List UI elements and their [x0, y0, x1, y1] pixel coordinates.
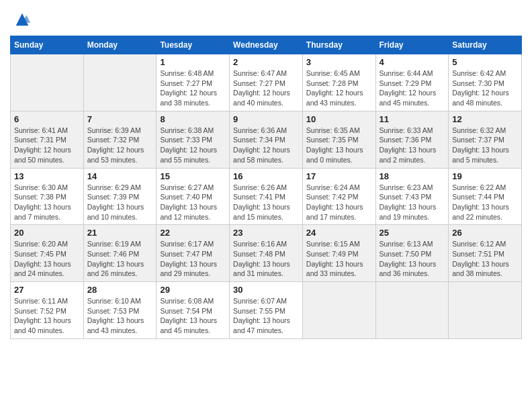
day-number: 10 — [306, 114, 372, 124]
calendar-cell: 12Sunrise: 6:32 AMSunset: 7:37 PMDayligh… — [449, 111, 522, 168]
calendar-cell: 5Sunrise: 6:42 AMSunset: 7:30 PMDaylight… — [449, 54, 522, 111]
day-number: 13 — [14, 171, 80, 181]
day-info: Sunrise: 6:22 AMSunset: 7:44 PMDaylight:… — [452, 183, 518, 222]
day-number: 12 — [452, 114, 518, 124]
calendar-cell: 6Sunrise: 6:41 AMSunset: 7:31 PMDaylight… — [11, 111, 84, 168]
day-info: Sunrise: 6:24 AMSunset: 7:42 PMDaylight:… — [306, 183, 372, 222]
day-info: Sunrise: 6:23 AMSunset: 7:43 PMDaylight:… — [380, 183, 445, 222]
day-number: 19 — [452, 171, 518, 181]
calendar-cell — [302, 282, 375, 339]
calendar-cell: 18Sunrise: 6:23 AMSunset: 7:43 PMDayligh… — [375, 168, 449, 225]
calendar-cell: 13Sunrise: 6:30 AMSunset: 7:38 PMDayligh… — [11, 168, 84, 225]
calendar-cell — [375, 282, 449, 339]
day-info: Sunrise: 6:07 AMSunset: 7:55 PMDaylight:… — [233, 296, 299, 336]
day-number: 30 — [233, 285, 299, 295]
calendar-cell — [449, 282, 522, 339]
weekday-header-thursday: Thursday — [302, 36, 375, 54]
day-info: Sunrise: 6:47 AMSunset: 7:27 PMDaylight:… — [233, 68, 299, 108]
day-info: Sunrise: 6:29 AMSunset: 7:39 PMDaylight:… — [87, 183, 153, 222]
weekday-header-friday: Friday — [375, 36, 449, 54]
day-info: Sunrise: 6:20 AMSunset: 7:45 PMDaylight:… — [14, 239, 80, 279]
day-number: 1 — [160, 57, 226, 67]
day-info: Sunrise: 6:16 AMSunset: 7:48 PMDaylight:… — [233, 239, 299, 279]
day-number: 25 — [380, 228, 445, 238]
weekday-header-row: SundayMondayTuesdayWednesdayThursdayFrid… — [11, 36, 522, 54]
day-number: 17 — [306, 171, 372, 181]
day-info: Sunrise: 6:17 AMSunset: 7:47 PMDaylight:… — [160, 239, 226, 279]
calendar-cell: 30Sunrise: 6:07 AMSunset: 7:55 PMDayligh… — [230, 282, 303, 339]
day-info: Sunrise: 6:11 AMSunset: 7:52 PMDaylight:… — [14, 296, 80, 336]
day-number: 20 — [14, 228, 80, 238]
calendar-cell: 8Sunrise: 6:38 AMSunset: 7:33 PMDaylight… — [157, 111, 230, 168]
logo-icon — [13, 10, 32, 29]
day-info: Sunrise: 6:08 AMSunset: 7:54 PMDaylight:… — [160, 296, 226, 336]
logo — [10, 10, 32, 29]
calendar-cell: 17Sunrise: 6:24 AMSunset: 7:42 PMDayligh… — [302, 168, 375, 225]
day-info: Sunrise: 6:19 AMSunset: 7:46 PMDaylight:… — [87, 239, 153, 279]
day-info: Sunrise: 6:10 AMSunset: 7:53 PMDaylight:… — [87, 296, 153, 336]
weekday-header-tuesday: Tuesday — [157, 36, 230, 54]
calendar-cell: 24Sunrise: 6:15 AMSunset: 7:49 PMDayligh… — [302, 225, 375, 282]
weekday-header-saturday: Saturday — [449, 36, 522, 54]
weekday-header-sunday: Sunday — [11, 36, 84, 54]
day-number: 28 — [87, 285, 153, 295]
day-info: Sunrise: 6:33 AMSunset: 7:36 PMDaylight:… — [380, 126, 445, 165]
calendar-cell: 15Sunrise: 6:27 AMSunset: 7:40 PMDayligh… — [157, 168, 230, 225]
day-info: Sunrise: 6:44 AMSunset: 7:29 PMDaylight:… — [380, 68, 445, 108]
day-info: Sunrise: 6:15 AMSunset: 7:49 PMDaylight:… — [306, 239, 372, 279]
calendar-cell: 23Sunrise: 6:16 AMSunset: 7:48 PMDayligh… — [230, 225, 303, 282]
week-row-2: 6Sunrise: 6:41 AMSunset: 7:31 PMDaylight… — [11, 111, 522, 168]
day-number: 8 — [160, 114, 226, 124]
day-info: Sunrise: 6:36 AMSunset: 7:34 PMDaylight:… — [233, 126, 299, 165]
day-info: Sunrise: 6:42 AMSunset: 7:30 PMDaylight:… — [452, 68, 518, 108]
calendar-cell: 9Sunrise: 6:36 AMSunset: 7:34 PMDaylight… — [230, 111, 303, 168]
day-number: 15 — [160, 171, 226, 181]
calendar-cell: 16Sunrise: 6:26 AMSunset: 7:41 PMDayligh… — [230, 168, 303, 225]
calendar-cell: 14Sunrise: 6:29 AMSunset: 7:39 PMDayligh… — [83, 168, 157, 225]
day-info: Sunrise: 6:27 AMSunset: 7:40 PMDaylight:… — [160, 183, 226, 222]
day-info: Sunrise: 6:48 AMSunset: 7:27 PMDaylight:… — [160, 68, 226, 108]
day-number: 18 — [380, 171, 445, 181]
day-info: Sunrise: 6:35 AMSunset: 7:35 PMDaylight:… — [306, 126, 372, 165]
calendar-table: SundayMondayTuesdayWednesdayThursdayFrid… — [10, 36, 522, 339]
weekday-header-monday: Monday — [83, 36, 157, 54]
calendar-cell: 20Sunrise: 6:20 AMSunset: 7:45 PMDayligh… — [11, 225, 84, 282]
week-row-4: 20Sunrise: 6:20 AMSunset: 7:45 PMDayligh… — [11, 225, 522, 282]
weekday-header-wednesday: Wednesday — [230, 36, 303, 54]
calendar-cell: 29Sunrise: 6:08 AMSunset: 7:54 PMDayligh… — [157, 282, 230, 339]
calendar-cell: 22Sunrise: 6:17 AMSunset: 7:47 PMDayligh… — [157, 225, 230, 282]
calendar-cell: 10Sunrise: 6:35 AMSunset: 7:35 PMDayligh… — [302, 111, 375, 168]
calendar-cell: 7Sunrise: 6:39 AMSunset: 7:32 PMDaylight… — [83, 111, 157, 168]
calendar-cell: 4Sunrise: 6:44 AMSunset: 7:29 PMDaylight… — [375, 54, 449, 111]
day-info: Sunrise: 6:39 AMSunset: 7:32 PMDaylight:… — [87, 126, 153, 165]
day-info: Sunrise: 6:26 AMSunset: 7:41 PMDaylight:… — [233, 183, 299, 222]
day-number: 23 — [233, 228, 299, 238]
day-info: Sunrise: 6:41 AMSunset: 7:31 PMDaylight:… — [14, 126, 80, 165]
day-number: 27 — [14, 285, 80, 295]
day-number: 24 — [306, 228, 372, 238]
day-number: 4 — [380, 57, 445, 67]
calendar-cell: 28Sunrise: 6:10 AMSunset: 7:53 PMDayligh… — [83, 282, 157, 339]
week-row-5: 27Sunrise: 6:11 AMSunset: 7:52 PMDayligh… — [11, 282, 522, 339]
page-header — [10, 10, 522, 29]
day-info: Sunrise: 6:13 AMSunset: 7:50 PMDaylight:… — [380, 239, 445, 279]
day-number: 16 — [233, 171, 299, 181]
day-info: Sunrise: 6:38 AMSunset: 7:33 PMDaylight:… — [160, 126, 226, 165]
day-number: 11 — [380, 114, 445, 124]
calendar-cell: 27Sunrise: 6:11 AMSunset: 7:52 PMDayligh… — [11, 282, 84, 339]
calendar-cell: 2Sunrise: 6:47 AMSunset: 7:27 PMDaylight… — [230, 54, 303, 111]
day-number: 7 — [87, 114, 153, 124]
calendar-cell: 25Sunrise: 6:13 AMSunset: 7:50 PMDayligh… — [375, 225, 449, 282]
day-number: 3 — [306, 57, 372, 67]
day-number: 5 — [452, 57, 518, 67]
day-number: 22 — [160, 228, 226, 238]
day-number: 26 — [452, 228, 518, 238]
day-number: 2 — [233, 57, 299, 67]
day-number: 9 — [233, 114, 299, 124]
calendar-cell — [83, 54, 157, 111]
day-info: Sunrise: 6:30 AMSunset: 7:38 PMDaylight:… — [14, 183, 80, 222]
day-info: Sunrise: 6:12 AMSunset: 7:51 PMDaylight:… — [452, 239, 518, 279]
calendar-cell — [11, 54, 84, 111]
day-info: Sunrise: 6:45 AMSunset: 7:28 PMDaylight:… — [306, 68, 372, 108]
calendar-cell: 11Sunrise: 6:33 AMSunset: 7:36 PMDayligh… — [375, 111, 449, 168]
